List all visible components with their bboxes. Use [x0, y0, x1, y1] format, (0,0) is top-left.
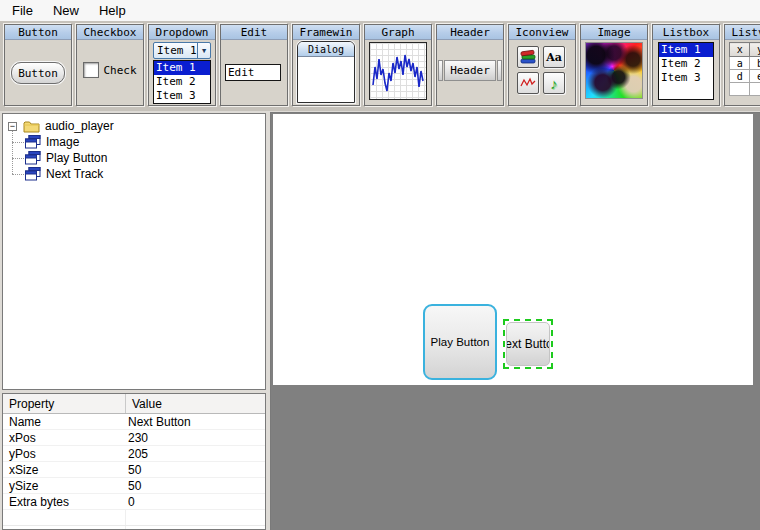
menu-file[interactable]: File [2, 1, 43, 20]
palette-image[interactable]: Image [580, 24, 648, 106]
canvas-widget-next-button-selected[interactable]: Next Button [503, 319, 553, 369]
widget-label: Next Button [506, 337, 550, 351]
property-value[interactable]: 50 [126, 479, 265, 493]
object-tree-panel: − audio_player Image Play [2, 113, 266, 390]
property-table-header: Property Value [3, 394, 265, 414]
property-column-header: Property [3, 394, 126, 413]
property-name: Extra bytes [3, 495, 126, 509]
palette-image-title: Image [581, 25, 647, 40]
property-value[interactable]: Next Button [126, 415, 265, 429]
palette-button[interactable]: Button Button [4, 24, 72, 106]
tree-connector [12, 174, 24, 175]
property-row-extra-bytes: Extra bytes 0 [3, 494, 265, 510]
tree-children: Image Play Button Next Track [12, 134, 265, 182]
property-row-empty [3, 526, 265, 530]
header-preview-segment [438, 60, 443, 81]
property-value[interactable]: 205 [126, 447, 265, 461]
dropdown-option: Item 2 [154, 75, 210, 89]
tree-connector [12, 142, 24, 143]
property-row-name: Name Next Button [3, 414, 265, 430]
tree-item-label: Image [41, 135, 79, 149]
property-name: Name [3, 415, 126, 429]
button-preview: Button [11, 62, 65, 84]
dropdown-preview-combo: Item 1 ▼ [153, 42, 211, 59]
framewin-preview-titlebar: Dialog [298, 42, 354, 57]
listview-cell: d [730, 70, 750, 83]
palette-iconview[interactable]: Iconview Aa [508, 24, 576, 106]
property-row-xsize: xSize 50 [3, 462, 265, 478]
property-value[interactable]: 0 [126, 495, 265, 509]
edit-preview-field: Edit [225, 64, 281, 81]
listview-col-header: x [730, 43, 750, 57]
property-name: xPos [3, 431, 126, 445]
property-value[interactable]: 230 [126, 431, 265, 445]
palette-header[interactable]: Header Header [436, 24, 504, 106]
header-preview-segment [497, 60, 502, 81]
listview-cell: e [750, 70, 760, 83]
canvas-panel: Play Button Next Button [270, 112, 760, 530]
menu-help[interactable]: Help [89, 1, 136, 20]
palette-framewin-title: Framewin [293, 25, 359, 40]
graph-preview [369, 42, 427, 100]
palette-framewin[interactable]: Framewin Dialog [292, 24, 360, 106]
listview-cell [730, 83, 750, 96]
listview-col-header: y [750, 43, 760, 57]
dropdown-preview-list: Item 1 Item 2 Item 3 [153, 60, 211, 104]
palette-dropdown[interactable]: Dropdown Item 1 ▼ Item 1 Item 2 Item 3 [148, 24, 216, 106]
header-preview-label: Header [444, 60, 496, 81]
canvas-widget-play-button[interactable]: Play Button [423, 304, 497, 380]
property-row-xpos: xPos 230 [3, 430, 265, 446]
framewin-preview: Dialog [297, 41, 355, 103]
listbox-item: Item 1 [659, 43, 713, 57]
checkbox-preview-label: Check [103, 64, 136, 77]
header-preview: Header [438, 60, 502, 81]
dropdown-preview-value: Item 1 [154, 44, 197, 57]
widget-icon [25, 167, 41, 181]
graph-line-icon [370, 43, 426, 99]
listbox-preview: Item 1 Item 2 Item 3 [658, 42, 714, 100]
palette-graph[interactable]: Graph [364, 24, 432, 106]
listview-preview: x y a b d e [729, 42, 760, 96]
property-value[interactable]: 50 [126, 463, 265, 477]
widget-palette-toolbar: Button Button Checkbox Check Dropdown It… [0, 21, 760, 111]
listview-cell: b [750, 57, 760, 70]
listview-cell [750, 83, 760, 96]
palette-listbox[interactable]: Listbox Item 1 Item 2 Item 3 [652, 24, 720, 106]
chevron-down-icon: ▼ [197, 43, 210, 58]
listbox-item: Item 2 [659, 57, 713, 71]
palette-checkbox-title: Checkbox [77, 25, 143, 40]
tree-connector [12, 158, 24, 159]
property-row-empty [3, 510, 265, 526]
widget-icon [25, 151, 41, 165]
palette-edit-title: Edit [221, 25, 287, 40]
collapse-minus-icon[interactable]: − [8, 122, 17, 131]
tree-item-next-track[interactable]: Next Track [12, 166, 265, 182]
menu-new[interactable]: New [43, 1, 89, 20]
image-preview-thumbnail [585, 42, 643, 99]
zigzag-line-icon [517, 72, 539, 94]
palette-edit[interactable]: Edit Edit [220, 24, 288, 106]
listview-cell: a [730, 57, 750, 70]
palette-listview-title: Listview [725, 25, 760, 40]
design-canvas[interactable]: Play Button Next Button [273, 114, 753, 385]
tree-item-image[interactable]: Image [12, 134, 265, 150]
text-aa-icon: Aa [543, 46, 565, 68]
property-panel: Property Value Name Next Button xPos 230… [2, 393, 266, 530]
dropdown-option: Item 3 [154, 89, 210, 103]
tree-item-label: Next Track [41, 167, 103, 181]
iconview-preview: Aa ♪ [517, 46, 567, 94]
palette-listview[interactable]: Listview x y a b d e [724, 24, 760, 106]
palette-header-title: Header [437, 25, 503, 40]
palette-checkbox[interactable]: Checkbox Check [76, 24, 144, 106]
widget-icon [25, 135, 41, 149]
dropdown-option: Item 1 [154, 61, 210, 75]
tree-root-row[interactable]: − audio_player [7, 118, 265, 134]
tree-item-label: Play Button [41, 151, 107, 165]
tree-item-play-button[interactable]: Play Button [12, 150, 265, 166]
books-icon [517, 46, 539, 68]
property-name: yPos [3, 447, 126, 461]
property-row-ysize: ySize 50 [3, 478, 265, 494]
checkbox-preview-box [83, 62, 99, 78]
property-name: xSize [3, 463, 126, 477]
music-note-icon: ♪ [543, 72, 565, 94]
